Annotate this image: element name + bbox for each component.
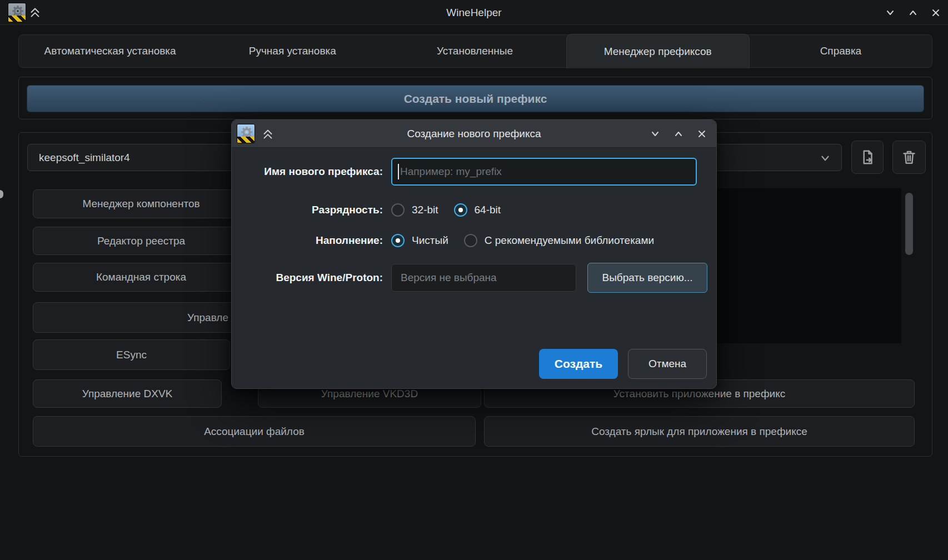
scrollbar-thumb[interactable] (905, 193, 913, 255)
tab-bar: Автоматическая установка Ручная установк… (18, 34, 932, 68)
radio-64bit-label[interactable]: 64-bit (475, 204, 501, 216)
create-prefix-dialog: Создание нового префикса Имя нового преф… (231, 119, 717, 389)
export-prefix-button[interactable] (851, 141, 884, 174)
wine-version-value: Версия не выбрана (391, 264, 576, 292)
close-button[interactable] (929, 6, 942, 19)
tab-auto-install[interactable]: Автоматическая установка (19, 35, 201, 67)
dialog-title: Создание нового префикса (232, 120, 716, 148)
cancel-button[interactable]: Отмена (628, 349, 707, 379)
tab-prefix-manager[interactable]: Менеджер префиксов (566, 34, 750, 68)
components-manager-button[interactable]: Менеджер компонентов (33, 189, 250, 218)
titlebar: WineHelper (0, 0, 948, 25)
tab-help[interactable]: Справка (750, 35, 932, 67)
minimize-button[interactable] (884, 6, 897, 19)
window-title: WineHelper (0, 0, 948, 25)
command-line-button[interactable]: Командная строка (33, 263, 250, 292)
prefix-name-label: Имя нового префикса: (248, 158, 383, 186)
prefix-name-input[interactable] (391, 158, 697, 186)
choose-version-button[interactable]: Выбрать версию... (587, 263, 707, 293)
tab-manual-install[interactable]: Ручная установка (201, 35, 383, 67)
arch-radio-group: 32-bit 64-bit (391, 202, 501, 218)
radio-recommended-libs-label[interactable]: С рекомендуемыми библиотеками (485, 234, 654, 247)
radio-recommended-libs[interactable] (464, 234, 477, 247)
tab-installed[interactable]: Установленные (383, 35, 566, 67)
esync-button[interactable]: ESync (33, 339, 230, 370)
file-export-icon (859, 149, 876, 166)
screen-edge-peek (0, 190, 3, 198)
radio-32bit-label[interactable]: 32-bit (412, 204, 438, 216)
radio-clean[interactable] (391, 234, 405, 247)
dxvk-button[interactable]: Управление DXVK (33, 379, 222, 408)
text-caret (398, 164, 399, 179)
winehelper-window: WineHelper Автоматическая установка Ручн… (0, 0, 948, 560)
arch-label: Разрядность: (248, 202, 383, 218)
radio-32bit[interactable] (391, 203, 405, 217)
delete-prefix-button[interactable] (892, 141, 926, 174)
create-prefix-panel: Создать новый префикс (18, 77, 932, 119)
create-button[interactable]: Создать (539, 349, 618, 379)
fill-label: Наполнение: (248, 233, 383, 248)
create-shortcut-button[interactable]: Создать ярлык для приложения в префиксе (484, 416, 915, 447)
wine-version-label: Версия Wine/Proton: (248, 264, 383, 292)
file-associations-button[interactable]: Ассоциации файлов (33, 416, 476, 447)
dialog-minimize-button[interactable] (648, 127, 662, 141)
registry-editor-button[interactable]: Редактор реестра (33, 227, 250, 255)
radio-64bit[interactable] (454, 203, 467, 217)
fill-radio-group: Чистый С рекомендуемыми библиотеками (391, 233, 654, 248)
dialog-titlebar: Создание нового префикса (232, 120, 716, 148)
create-new-prefix-button[interactable]: Создать новый префикс (27, 85, 924, 112)
dialog-close-button[interactable] (695, 127, 708, 141)
prefix-select-value: keepsoft_similator4 (39, 152, 130, 163)
prefix-name-field-wrap (391, 158, 697, 186)
dialog-maximize-button[interactable] (672, 127, 685, 141)
maximize-button[interactable] (906, 6, 920, 19)
chevron-down-icon (819, 152, 831, 164)
trash-icon (901, 149, 917, 166)
radio-clean-label[interactable]: Чистый (412, 234, 448, 247)
